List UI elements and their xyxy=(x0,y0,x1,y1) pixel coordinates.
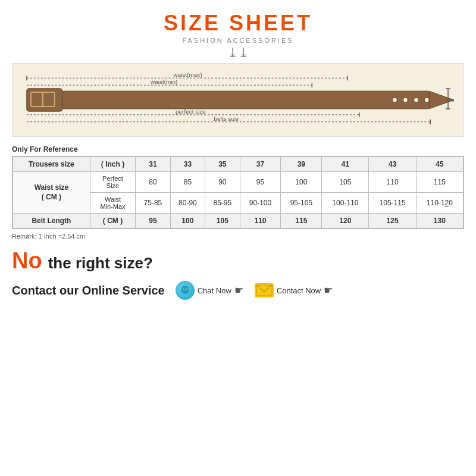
right-size-text: the right size? xyxy=(48,254,153,273)
svg-point-32 xyxy=(186,289,187,290)
col-45: 45 xyxy=(416,157,463,172)
svg-point-28 xyxy=(182,290,186,293)
waist-minmax-label: WaistMin-Max xyxy=(90,193,135,214)
ps-110: 110 xyxy=(369,172,416,193)
table-row-perfect-size: Waist size( CM ) PerfectSize 80 85 90 95… xyxy=(13,172,464,193)
bl-115: 115 xyxy=(281,214,322,228)
col-37: 37 xyxy=(240,157,281,172)
remark-text: Remark: 1 Inch =2.54 cm xyxy=(12,233,85,240)
col-trousers-size: Trousers size xyxy=(13,157,90,172)
col-31: 31 xyxy=(136,157,170,172)
size-table: Trousers size ( Inch ) 31 33 35 37 39 41… xyxy=(12,156,464,228)
belt-length-label: Belt Length xyxy=(13,214,90,228)
col-41: 41 xyxy=(322,157,369,172)
svg-point-31 xyxy=(183,289,184,290)
ps-85: 85 xyxy=(170,172,205,193)
svg-rect-10 xyxy=(62,91,430,109)
bl-110: 110 xyxy=(240,214,281,228)
bl-105: 105 xyxy=(205,214,240,228)
table-row-belt-length: Belt Length ( CM ) 95 100 105 110 115 12… xyxy=(13,214,464,228)
ps-90: 90 xyxy=(205,172,240,193)
bl-95: 95 xyxy=(136,214,170,228)
svg-point-13 xyxy=(414,98,418,102)
col-35: 35 xyxy=(205,157,240,172)
ps-95: 95 xyxy=(240,172,281,193)
page-title: SIZE SHEET xyxy=(164,11,312,36)
hand-icon-chat: ☛ xyxy=(234,284,244,297)
only-for-reference-label: Only For Reference xyxy=(12,145,78,154)
contact-line: Contact our Online Service Chat Now ☛ xyxy=(12,281,333,300)
wmm-100-110: 100-110 xyxy=(322,193,369,214)
col-33: 33 xyxy=(170,157,205,172)
chat-now-button[interactable]: Chat Now ☛ xyxy=(176,281,244,300)
size-table-wrapper: Trousers size ( Inch ) 31 33 35 37 39 41… xyxy=(12,156,464,229)
col-inch: ( Inch ) xyxy=(90,157,135,172)
page-subtitle: FASHION ACCESSORIES xyxy=(182,37,293,44)
belt-diagram: waist(max) waist(min) xyxy=(12,63,464,137)
ps-80: 80 xyxy=(136,172,170,193)
svg-point-12 xyxy=(403,98,408,102)
svg-text:waist(min): waist(min) xyxy=(150,79,177,85)
col-43: 43 xyxy=(369,157,416,172)
chevron-icon: ⤓⤓ xyxy=(227,46,249,60)
wmm-90-100: 90-100 xyxy=(240,193,281,214)
ps-115: 115 xyxy=(416,172,463,193)
perfect-size-label: PerfectSize xyxy=(90,172,135,193)
wmm-80-90: 80-90 xyxy=(170,193,205,214)
ps-105: 105 xyxy=(322,172,369,193)
svg-text:waist(max): waist(max) xyxy=(173,71,202,78)
page: SIZE SHEET FASHION ACCESSORIES ⤓⤓ waist(… xyxy=(0,0,476,476)
table-header-row: Trousers size ( Inch ) 31 33 35 37 39 41… xyxy=(13,157,464,172)
chat-now-label: Chat Now xyxy=(198,286,231,295)
contact-label: Contact our Online Service xyxy=(12,284,165,298)
mail-icon xyxy=(255,283,274,298)
wmm-75-85: 75-85 xyxy=(136,193,170,214)
svg-point-11 xyxy=(393,98,397,102)
svg-point-27 xyxy=(181,286,189,294)
no-section: No the right size? Contact our Online Se… xyxy=(12,248,464,300)
bl-120: 120 xyxy=(322,214,369,228)
col-39: 39 xyxy=(281,157,322,172)
contact-now-button[interactable]: Contact Now ☛ xyxy=(255,283,333,298)
wmm-95-105: 95-105 xyxy=(281,193,322,214)
svg-text:perfect size: perfect size xyxy=(176,108,206,115)
contact-now-label: Contact Now xyxy=(277,286,321,295)
svg-point-14 xyxy=(424,98,429,102)
bl-100: 100 xyxy=(170,214,205,228)
wmm-105-115: 105-115 xyxy=(369,193,416,214)
wmm-85-95: 85-95 xyxy=(205,193,240,214)
no-text: No xyxy=(12,248,42,274)
wmm-110-120: 110-120 xyxy=(416,193,463,214)
chat-icon xyxy=(176,281,195,300)
hand-icon-contact: ☛ xyxy=(324,284,333,297)
bl-125: 125 xyxy=(369,214,416,228)
waist-size-label: Waist size( CM ) xyxy=(13,172,90,214)
svg-marker-16 xyxy=(429,91,454,109)
bl-130: 130 xyxy=(416,214,463,228)
svg-text:belts size: belts size xyxy=(214,115,239,122)
ps-100: 100 xyxy=(281,172,322,193)
belt-length-unit: ( CM ) xyxy=(90,214,135,228)
svg-text:width: width xyxy=(450,96,454,103)
no-line: No the right size? xyxy=(12,248,153,274)
